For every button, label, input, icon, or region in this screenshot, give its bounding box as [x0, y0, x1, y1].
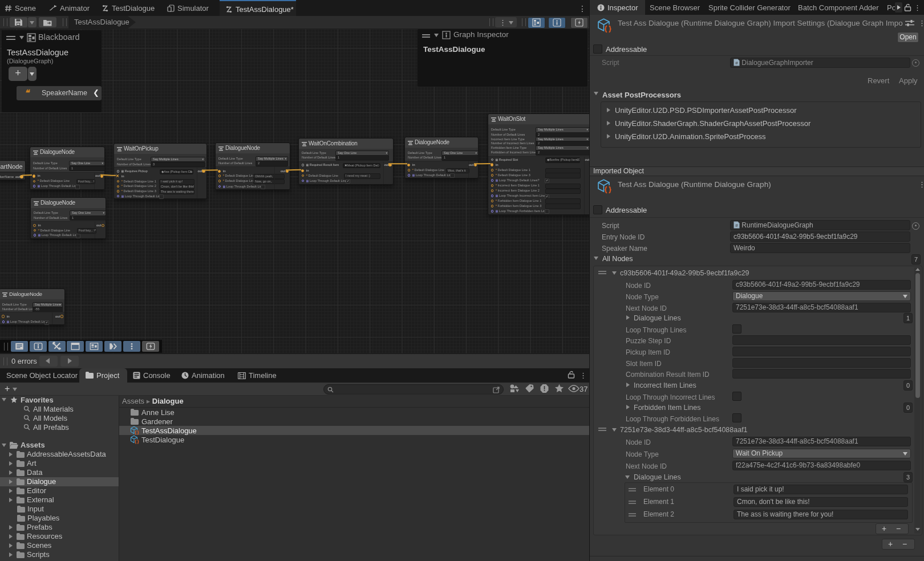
svg-text:#: # [735, 223, 738, 228]
svg-text:#: # [735, 60, 738, 66]
